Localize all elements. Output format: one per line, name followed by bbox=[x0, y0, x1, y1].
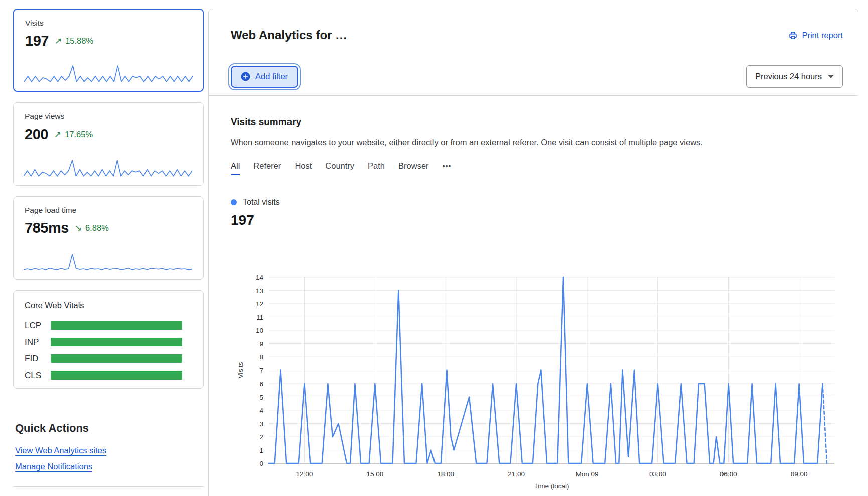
legend-dot-icon bbox=[231, 199, 237, 205]
svg-text:7: 7 bbox=[259, 367, 263, 375]
dimension-tabs: AllRefererHostCountryPathBrowser••• bbox=[231, 162, 843, 174]
svg-text:14: 14 bbox=[256, 274, 264, 281]
svg-text:15:00: 15:00 bbox=[366, 470, 383, 478]
svg-text:6: 6 bbox=[259, 380, 263, 388]
print-report-label: Print report bbox=[802, 31, 843, 40]
visits-summary-description: When someone navigates to your website, … bbox=[231, 138, 843, 147]
quick-link-view-web-analytics-sites[interactable]: View Web Analytics sites bbox=[15, 446, 106, 455]
cwv-label: LCP bbox=[25, 321, 51, 331]
legend-item-total-visits[interactable]: Total visits bbox=[231, 197, 843, 207]
trend-arrow-icon: ↗ bbox=[55, 36, 62, 46]
svg-text:8: 8 bbox=[259, 353, 263, 361]
svg-text:03:00: 03:00 bbox=[649, 470, 666, 478]
metric-value: 785ms bbox=[25, 220, 69, 236]
metric-value-row: 200↗17.65% bbox=[25, 126, 192, 143]
cwv-row-fid: FID bbox=[25, 354, 192, 363]
visits-summary-title: Visits summary bbox=[231, 116, 843, 128]
svg-text:0: 0 bbox=[259, 460, 263, 467]
cwv-label: CLS bbox=[25, 370, 51, 381]
sidebar: Visits197↗15.88%Page views200↗17.65%Page… bbox=[13, 9, 204, 478]
tab-host[interactable]: Host bbox=[295, 161, 312, 175]
legend-label: Total visits bbox=[243, 198, 280, 207]
metric-change-percent: 17.65% bbox=[65, 130, 93, 139]
chevron-down-icon bbox=[828, 75, 834, 78]
plus-circle-icon bbox=[241, 72, 250, 81]
svg-text:1: 1 bbox=[259, 447, 263, 454]
tab-browser[interactable]: Browser bbox=[398, 161, 429, 175]
total-visits-value: 197 bbox=[231, 212, 843, 228]
svg-text:12: 12 bbox=[256, 300, 263, 308]
cwv-label: INP bbox=[25, 337, 51, 347]
metric-card-page-views[interactable]: Page views200↗17.65% bbox=[13, 102, 204, 186]
cwv-row-inp: INP bbox=[25, 338, 192, 346]
time-range-dropdown[interactable]: Previous 24 hours bbox=[746, 65, 843, 88]
toolbar: Add filter Previous 24 hours bbox=[231, 65, 843, 88]
add-filter-button[interactable]: Add filter bbox=[231, 66, 298, 88]
print-report-link[interactable]: Print report bbox=[788, 31, 843, 40]
metric-sparkline bbox=[24, 251, 192, 274]
tab-country[interactable]: Country bbox=[325, 161, 354, 175]
core-web-vitals-card: Core Web Vitals LCPINPFIDCLS bbox=[13, 290, 204, 389]
panel-divider bbox=[209, 95, 858, 96]
svg-text:11: 11 bbox=[256, 314, 263, 321]
tab-all[interactable]: All bbox=[231, 161, 240, 175]
metric-label: Page views bbox=[25, 112, 192, 121]
metric-change: ↘6.88% bbox=[75, 223, 109, 233]
metric-change-percent: 6.88% bbox=[85, 223, 109, 233]
tab-referer[interactable]: Referer bbox=[253, 161, 281, 175]
metric-label: Visits bbox=[25, 19, 192, 28]
printer-icon bbox=[788, 31, 798, 40]
svg-text:4: 4 bbox=[259, 407, 263, 414]
add-filter-label: Add filter bbox=[255, 72, 288, 81]
metric-sparkline bbox=[24, 63, 193, 86]
svg-text:5: 5 bbox=[259, 394, 263, 401]
visits-line-chart: 0123456789101112131412:0015:0018:0021:00… bbox=[231, 269, 853, 496]
svg-text:12:00: 12:00 bbox=[296, 470, 313, 478]
svg-text:Time (local): Time (local) bbox=[534, 482, 569, 490]
trend-arrow-icon: ↘ bbox=[75, 223, 82, 233]
cwv-status-bar bbox=[51, 354, 182, 363]
quick-actions-title: Quick Actions bbox=[15, 422, 204, 435]
svg-text:18:00: 18:00 bbox=[437, 470, 454, 478]
quick-actions: Quick Actions View Web Analytics sitesMa… bbox=[13, 422, 204, 435]
svg-text:3: 3 bbox=[259, 420, 263, 428]
metric-value: 197 bbox=[25, 33, 49, 49]
svg-text:9: 9 bbox=[259, 340, 263, 348]
quick-link-manage-notifications[interactable]: Manage Notifications bbox=[15, 462, 92, 471]
svg-text:2: 2 bbox=[259, 433, 263, 441]
svg-text:09:00: 09:00 bbox=[791, 470, 808, 478]
cwv-status-bar bbox=[51, 321, 182, 330]
tab-path[interactable]: Path bbox=[368, 161, 385, 175]
cwv-row-cls: CLS bbox=[25, 371, 192, 380]
cwv-status-bar bbox=[51, 371, 182, 380]
visits-chart: 0123456789101112131412:0015:0018:0021:00… bbox=[231, 269, 853, 496]
metric-value-row: 197↗15.88% bbox=[25, 33, 192, 49]
cwv-row-lcp: LCP bbox=[25, 321, 192, 330]
tab-more[interactable]: ••• bbox=[443, 162, 452, 175]
svg-text:Mon 09: Mon 09 bbox=[575, 470, 598, 478]
trend-arrow-icon: ↗ bbox=[54, 129, 61, 140]
main-panel: Web Analytics for … Print report Add fil… bbox=[208, 9, 858, 496]
metric-label: Page load time bbox=[25, 206, 192, 215]
metric-change: ↗17.65% bbox=[54, 129, 93, 140]
metric-sparkline bbox=[24, 157, 192, 180]
svg-text:21:00: 21:00 bbox=[508, 470, 525, 478]
svg-text:Visits: Visits bbox=[237, 362, 244, 378]
cwv-status-bar bbox=[51, 338, 182, 346]
metric-change: ↗15.88% bbox=[55, 36, 93, 46]
metric-card-page-load-time[interactable]: Page load time785ms↘6.88% bbox=[13, 196, 204, 280]
time-range-label: Previous 24 hours bbox=[755, 72, 822, 81]
svg-text:06:00: 06:00 bbox=[720, 470, 737, 478]
metric-value-row: 785ms↘6.88% bbox=[25, 220, 192, 236]
svg-text:13: 13 bbox=[256, 287, 263, 295]
sidebar-divider bbox=[13, 486, 204, 487]
metric-card-list: Visits197↗15.88%Page views200↗17.65%Page… bbox=[13, 9, 204, 280]
metric-card-visits[interactable]: Visits197↗15.88% bbox=[13, 9, 204, 92]
svg-text:10: 10 bbox=[256, 327, 263, 334]
metric-change-percent: 15.88% bbox=[65, 36, 93, 46]
page-title: Web Analytics for … bbox=[231, 28, 347, 42]
core-web-vitals-rows: LCPINPFIDCLS bbox=[25, 321, 192, 380]
core-web-vitals-title: Core Web Vitals bbox=[25, 301, 192, 310]
visits-summary-section: Visits summary When someone navigates to… bbox=[231, 116, 843, 228]
metric-value: 200 bbox=[25, 126, 48, 143]
